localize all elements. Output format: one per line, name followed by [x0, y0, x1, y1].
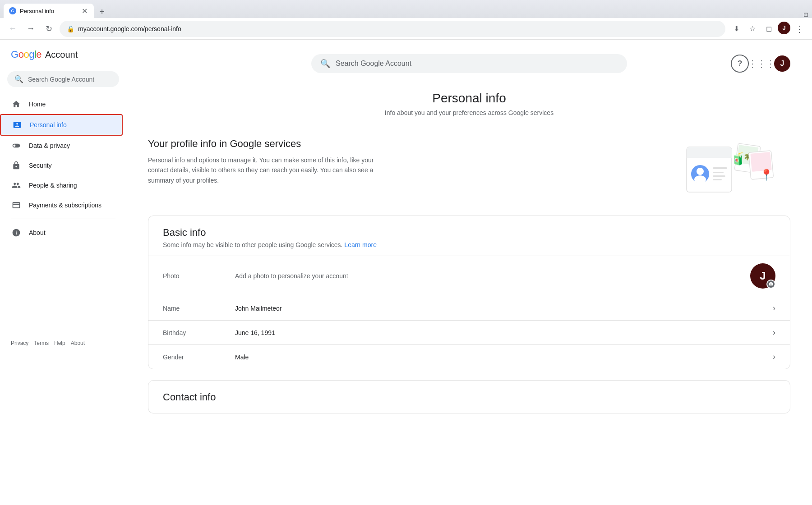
page-subtitle: Info about you and your preferences acro…	[148, 109, 790, 116]
logo-o1: o	[18, 49, 24, 60]
back-button[interactable]: ←	[5, 22, 20, 36]
new-tab-button[interactable]: +	[96, 5, 108, 18]
header-user-avatar[interactable]: J	[774, 55, 790, 72]
footer-help-link[interactable]: Help	[54, 340, 65, 346]
address-bar-container[interactable]: 🔒	[60, 21, 725, 37]
photo-placeholder: Add a photo to personalize your account	[235, 272, 750, 280]
basic-info-title: Basic info	[163, 227, 775, 239]
name-chevron: ›	[773, 303, 775, 313]
avatar-letter: J	[760, 270, 766, 282]
people-icon	[11, 181, 22, 190]
profile-heading: Your profile info in Google services	[148, 138, 659, 150]
basic-info-subtitle: Some info may be visible to other people…	[163, 241, 775, 248]
sidebar-item-people-sharing[interactable]: People & sharing	[0, 175, 119, 195]
svg-rect-6	[713, 167, 727, 169]
home-icon	[11, 100, 22, 109]
sidebar-divider	[11, 219, 115, 219]
extension-button[interactable]: ◻	[761, 22, 776, 36]
profile-illustration: 🌴 🧃 📍	[673, 138, 790, 201]
sidebar-footer: Privacy Terms Help About	[0, 333, 126, 354]
basic-info-subtitle-text: Some info may be visible to other people…	[163, 241, 342, 248]
basic-info-header: Basic info Some info may be visible to o…	[148, 216, 790, 256]
header-search-icon: 🔍	[320, 59, 330, 69]
svg-rect-8	[713, 175, 725, 177]
sidebar-item-about[interactable]: About	[0, 223, 119, 243]
svg-text:🧃: 🧃	[731, 152, 746, 166]
sidebar-home-label: Home	[29, 101, 46, 108]
birthday-value: June 16, 1991	[235, 329, 773, 336]
header-actions: ? ⋮⋮⋮ J	[638, 55, 790, 73]
help-button[interactable]: ?	[731, 55, 749, 73]
logo-g2: g	[29, 49, 34, 60]
birthday-chevron: ›	[773, 328, 775, 337]
chrome-menu-button[interactable]: ⋮	[792, 22, 807, 36]
close-tab-button[interactable]: ✕	[80, 7, 88, 15]
sidebar-nav: Home Personal info Data & privacy Securi…	[0, 94, 126, 243]
sidebar-logo: Google Account	[0, 49, 126, 71]
page-wrapper: Google Account 🔍 Search Google Account H…	[0, 40, 812, 505]
address-bar[interactable]	[78, 25, 718, 32]
name-label: Name	[163, 305, 235, 312]
google-logo: Google	[11, 49, 42, 60]
page-title: Personal info	[148, 91, 790, 106]
svg-rect-2	[687, 152, 732, 158]
sidebar-item-payments[interactable]: Payments & subscriptions	[0, 195, 119, 215]
tab-favicon: G	[9, 7, 16, 14]
main-content: 🔍 Search Google Account ? ⋮⋮⋮ J Personal…	[126, 40, 812, 505]
sidebar-item-data-privacy[interactable]: Data & privacy	[0, 136, 119, 156]
google-account-header: 🔍 Search Google Account ? ⋮⋮⋮ J	[148, 54, 790, 73]
sidebar-search-icon: 🔍	[14, 75, 23, 83]
gender-value: Male	[235, 354, 773, 361]
sidebar: Google Account 🔍 Search Google Account H…	[0, 40, 126, 505]
browser-toolbar: ← → ↻ 🔒 ⬇ ☆ ◻ J ⋮	[0, 18, 812, 40]
logo-g: G	[11, 49, 18, 60]
profile-text: Your profile info in Google services Per…	[148, 138, 659, 185]
photo-label: Photo	[163, 272, 235, 280]
svg-rect-9	[713, 179, 722, 180]
sidebar-item-security[interactable]: Security	[0, 156, 119, 175]
browser-tab-bar: G Personal info ✕ + ⊡	[0, 0, 812, 18]
sidebar-search-placeholder: Search Google Account	[28, 76, 94, 83]
contact-info-card: Contact info	[148, 380, 790, 413]
browser-tab-active[interactable]: G Personal info ✕	[4, 4, 94, 18]
lock-icon: 🔒	[67, 25, 74, 32]
profile-button[interactable]: J	[778, 22, 790, 34]
birthday-row[interactable]: Birthday June 16, 1991 ›	[148, 320, 790, 344]
toggle-icon	[11, 141, 22, 150]
reload-button[interactable]: ↻	[42, 22, 56, 36]
header-search-bar[interactable]: 🔍 Search Google Account	[311, 54, 627, 73]
restore-window-button[interactable]: ⊡	[803, 11, 808, 18]
logo-account-text: Account	[45, 50, 78, 60]
birthday-label: Birthday	[163, 329, 235, 336]
sidebar-payments-label: Payments & subscriptions	[29, 202, 102, 209]
learn-more-link[interactable]: Learn more	[344, 241, 377, 248]
sidebar-item-personal-info[interactable]: Personal info	[0, 114, 123, 136]
gender-chevron: ›	[773, 352, 775, 362]
logo-e: e	[36, 49, 42, 60]
sidebar-personal-info-label: Personal info	[30, 121, 67, 129]
logo-o2: o	[23, 49, 29, 60]
contact-info-title: Contact info	[163, 391, 775, 403]
footer-privacy-link[interactable]: Privacy	[11, 340, 28, 346]
apps-button[interactable]: ⋮⋮⋮	[752, 55, 770, 73]
bookmark-button[interactable]: ☆	[745, 22, 760, 36]
toolbar-actions: ⬇ ☆ ◻ J ⋮	[729, 22, 807, 36]
gender-row[interactable]: Gender Male ›	[148, 344, 790, 369]
photo-row[interactable]: Photo Add a photo to personalize your ac…	[148, 256, 790, 296]
footer-terms-link[interactable]: Terms	[34, 340, 49, 346]
forward-button[interactable]: →	[23, 22, 38, 36]
page-header: Personal info Info about you and your pr…	[148, 91, 790, 116]
name-value: John Mailmeteor	[235, 305, 773, 312]
browser-window: G Personal info ✕ + ⊡ ← → ↻ 🔒 ⬇ ☆ ◻ J ⋮	[0, 0, 812, 40]
sidebar-search[interactable]: 🔍 Search Google Account	[7, 71, 119, 87]
sidebar-item-home[interactable]: Home	[0, 94, 119, 114]
profile-description: Personal info and options to manage it. …	[148, 155, 383, 185]
profile-section: Your profile info in Google services Per…	[148, 138, 790, 201]
sidebar-data-privacy-label: Data & privacy	[29, 142, 70, 149]
download-button[interactable]: ⬇	[729, 22, 743, 36]
name-row[interactable]: Name John Mailmeteor ›	[148, 296, 790, 320]
card-icon	[11, 201, 22, 210]
footer-about-link[interactable]: About	[71, 340, 85, 346]
user-avatar: J	[750, 263, 775, 289]
contact-info-header: Contact info	[148, 381, 790, 413]
